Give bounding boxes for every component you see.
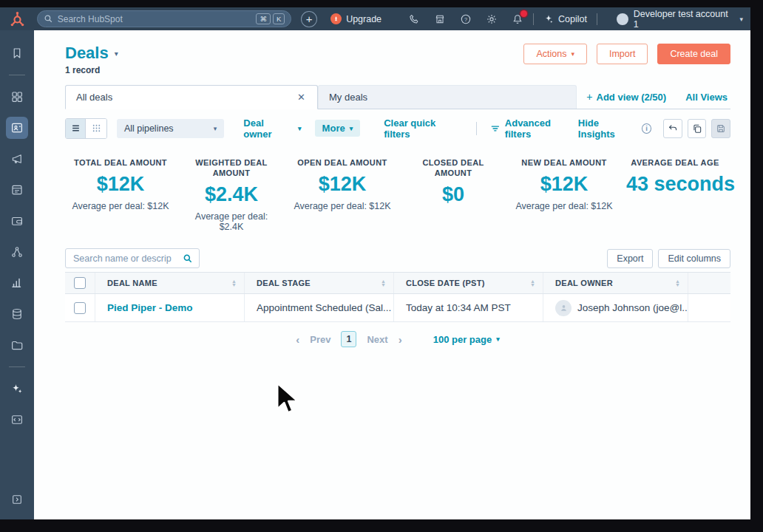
notifications-button[interactable] <box>512 13 523 25</box>
edit-columns-button[interactable]: Edit columns <box>658 249 730 268</box>
sidebar-item-marketing[interactable] <box>6 148 28 170</box>
tab-my-deals[interactable]: My deals <box>318 85 577 109</box>
sidebar-item-content[interactable] <box>6 179 28 201</box>
sidebar-item-automations[interactable] <box>6 241 28 263</box>
prev-button[interactable]: Prev <box>310 334 330 345</box>
copilot-button[interactable]: Copilot <box>543 14 587 24</box>
list-icon <box>71 123 81 133</box>
deal-owner-filter[interactable]: Deal owner ▾ <box>243 117 301 140</box>
sidebar-item-copilot[interactable] <box>6 378 28 400</box>
column-header-close-date[interactable]: CLOSE DATE (PST) ▲▼ <box>393 273 543 293</box>
row-empty-cell <box>688 294 730 321</box>
column-header-deal-stage[interactable]: DEAL STAGE ▲▼ <box>244 273 393 293</box>
header-buttons: Actions ▾ Import Create deal <box>523 44 730 64</box>
undo-button[interactable] <box>663 119 682 138</box>
insight-label: TOTAL DEAL AMOUNT <box>72 157 169 168</box>
insight-value: 43 seconds <box>626 173 724 196</box>
sidebar-item-workspaces[interactable] <box>6 86 28 108</box>
marketplace-button[interactable] <box>434 13 446 25</box>
clear-quick-filters-link[interactable]: Clear quick filters <box>384 117 463 140</box>
insight-value: $12K <box>294 173 391 196</box>
table-toolbar: Export Edit columns <box>65 248 730 268</box>
sidebar-item-data-management[interactable] <box>6 303 28 325</box>
advanced-filters-label: Advanced filters <box>505 117 578 140</box>
calling-button[interactable] <box>408 13 420 25</box>
table-row: Pied Piper - Demo Appointment Scheduled … <box>65 294 730 322</box>
table-search-input[interactable] <box>73 253 183 264</box>
all-views-link[interactable]: All Views <box>685 92 728 103</box>
sidebar-item-crm[interactable] <box>6 117 28 139</box>
sidebar-item-bookmarks[interactable] <box>6 42 28 64</box>
sidebar-item-commerce[interactable] <box>6 210 28 232</box>
save-view-button[interactable] <box>711 119 730 138</box>
row-checkbox[interactable] <box>74 302 86 314</box>
sidebar-expand-button[interactable] <box>6 488 28 511</box>
copilot-label: Copilot <box>558 14 587 24</box>
select-all-checkbox[interactable] <box>74 277 86 289</box>
list-view-button[interactable] <box>66 119 86 138</box>
column-header-empty <box>688 273 730 293</box>
search-input[interactable] <box>58 14 254 24</box>
deals-table: DEAL NAME ▲▼ DEAL STAGE ▲▼ CLOSE DATE (P… <box>65 272 730 322</box>
view-tabs: All deals ✕ My deals + Add view (2/50) A… <box>65 85 730 109</box>
upgrade-button[interactable]: Upgrade <box>330 13 382 24</box>
quick-create-button[interactable]: + <box>301 11 317 27</box>
column-label: DEAL NAME <box>107 279 157 287</box>
close-icon[interactable]: ✕ <box>296 92 307 103</box>
sidebar-item-library[interactable] <box>6 334 28 356</box>
account-name: Developer test account 1 <box>634 9 735 30</box>
chevron-down-icon: ▾ <box>496 335 500 343</box>
copilot-sparkle-icon <box>543 14 554 24</box>
tab-all-deals[interactable]: All deals ✕ <box>65 85 318 109</box>
plus-icon: + <box>586 91 592 103</box>
sidebar-item-development[interactable] <box>6 409 28 431</box>
insight-value: $12K <box>515 173 613 196</box>
page-title-dropdown[interactable]: Deals ▾ <box>65 44 118 63</box>
insight-open-deal-amount: OPEN DEAL AMOUNT $12K Average per deal: … <box>287 157 398 232</box>
copy-view-button[interactable] <box>688 119 707 138</box>
chevron-right-icon[interactable]: › <box>399 333 402 346</box>
column-header-deal-owner[interactable]: DEAL OWNER ▲▼ <box>543 273 688 293</box>
next-button[interactable]: Next <box>367 334 387 345</box>
wallet-icon <box>10 214 24 228</box>
add-view-link[interactable]: + Add view (2/50) <box>586 91 666 103</box>
filter-bar: All pipelines ▾ Deal owner ▾ More ▾ Clea… <box>65 118 730 138</box>
sidebar-item-reporting[interactable] <box>6 272 28 294</box>
advanced-filters-link[interactable]: Advanced filters <box>490 117 578 140</box>
hide-insights-link[interactable]: Hide Insights i <box>578 117 652 140</box>
chevron-left-icon[interactable]: ‹ <box>296 333 299 346</box>
help-button[interactable]: ? <box>460 13 472 25</box>
import-button[interactable]: Import <box>597 44 648 64</box>
sort-icon[interactable]: ▲▼ <box>231 279 237 287</box>
table-search[interactable] <box>65 248 200 268</box>
board-view-button[interactable] <box>86 119 106 138</box>
info-icon[interactable]: i <box>642 123 652 134</box>
rocket-icon <box>330 13 342 24</box>
tab-all-deals-label: All deals <box>76 92 112 103</box>
per-page-select[interactable]: 100 per page ▾ <box>433 334 500 345</box>
hubspot-logo[interactable] <box>7 10 27 29</box>
create-deal-button[interactable]: Create deal <box>657 44 730 64</box>
folder-icon <box>10 338 24 352</box>
global-search[interactable]: ⌘ K <box>37 10 292 27</box>
page-number[interactable]: 1 <box>341 331 356 347</box>
actions-button[interactable]: Actions ▾ <box>523 44 587 64</box>
insight-sub: Average per deal: $2.4K <box>183 211 280 232</box>
sort-icon[interactable]: ▲▼ <box>530 279 535 287</box>
insight-label: OPEN DEAL AMOUNT <box>294 157 391 168</box>
settings-button[interactable] <box>486 13 498 25</box>
sort-icon[interactable]: ▲▼ <box>675 279 680 287</box>
chevron-down-icon: ▾ <box>739 16 743 23</box>
insight-new-deal-amount: NEW DEAL AMOUNT $12K Average per deal: $… <box>509 157 620 232</box>
pipeline-select[interactable]: All pipelines ▾ <box>117 119 224 138</box>
column-header-deal-name[interactable]: DEAL NAME ▲▼ <box>95 273 244 293</box>
close-date-value: Today at 10:34 AM PST <box>406 302 511 313</box>
column-label: DEAL STAGE <box>257 279 311 287</box>
account-menu[interactable]: Developer test account 1 ▾ <box>617 9 743 30</box>
more-filters-button[interactable]: More ▾ <box>315 120 361 137</box>
export-button[interactable]: Export <box>607 249 653 268</box>
filter-lines-icon <box>490 123 501 134</box>
hubspot-sprocket-icon <box>8 10 26 28</box>
deal-name-link[interactable]: Pied Piper - Demo <box>107 302 193 313</box>
sort-icon[interactable]: ▲▼ <box>381 279 386 287</box>
